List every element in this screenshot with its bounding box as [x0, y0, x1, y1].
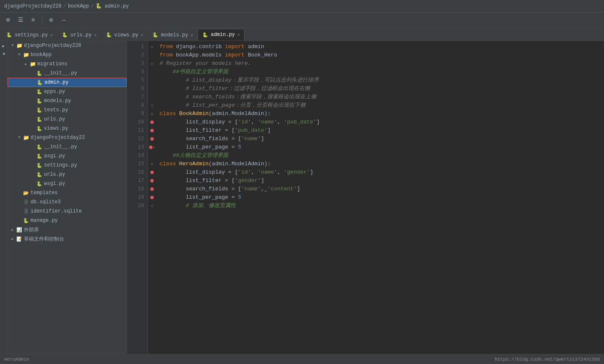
- tree-templates[interactable]: 📂 templates: [8, 188, 126, 197]
- tab-admin[interactable]: 🐍 admin.py ✕: [198, 29, 245, 41]
- settings-button[interactable]: ⚙: [46, 15, 56, 25]
- line-num-4: 4: [127, 68, 144, 76]
- manage-icon: 🐍: [23, 217, 29, 224]
- tree-identifier-sqlite[interactable]: 🗄 identifier.sqlite: [8, 207, 126, 216]
- tree-external-libs[interactable]: ▶ 📊 外部库: [8, 225, 126, 234]
- tab-urls-close[interactable]: ✕: [94, 33, 97, 38]
- tab-views[interactable]: 🐍 views.py ✕: [101, 29, 148, 41]
- gutter-20: ⊟: [148, 202, 156, 210]
- wsgi-label: wsgi.py: [44, 181, 124, 187]
- tree-proj-init[interactable]: 🐍 __init__.py: [8, 142, 126, 151]
- breakpoint-13[interactable]: [149, 146, 152, 149]
- urls-proj-icon: 🐍: [36, 171, 43, 178]
- toggle-sidebar-button[interactable]: ⊞: [3, 15, 13, 25]
- code-editor[interactable]: 1 2 3 4 5 6 7 8 9 10 11 12 13 14 15 16 1…: [127, 41, 604, 354]
- gutter-2: [148, 51, 156, 59]
- tree-wsgi[interactable]: 🐍 wsgi.py: [8, 179, 126, 188]
- scratch-label: 草稿文件和控制台: [24, 236, 124, 243]
- tree-root[interactable]: ▼ 📁 djangoProjectday228: [8, 41, 126, 50]
- breadcrumb-project: djangoProjectday228: [4, 3, 62, 9]
- urls-tab-icon: 🐍: [62, 32, 68, 38]
- tab-models-close[interactable]: ✕: [191, 33, 193, 38]
- tabs-bar: 🐍 settings.py ✕ 🐍 urls.py ✕ 🐍 views.py ✕…: [0, 28, 604, 41]
- extlibs-arrow: ▶: [9, 228, 16, 232]
- minimize-button[interactable]: —: [59, 15, 68, 25]
- breakpoint-19[interactable]: [150, 196, 154, 199]
- line-num-17: 17: [127, 177, 144, 185]
- tab-admin-close[interactable]: ✕: [237, 32, 240, 37]
- db-sqlite-icon: 🗄: [23, 199, 29, 205]
- code-line-5: # list_display：显示字段，可以点击列头进行排序: [160, 76, 604, 85]
- left-icon-2[interactable]: ◀: [0, 50, 7, 57]
- tree-urls-proj[interactable]: 🐍 urls.py: [8, 170, 126, 179]
- tree-apps[interactable]: 🐍 apps.py: [8, 87, 126, 96]
- gutter-11: [148, 126, 156, 135]
- structure-button[interactable]: ☰: [16, 15, 25, 25]
- code-line-9: class BookAdmin (admin.ModelAdmin):: [160, 110, 604, 118]
- breakpoint-18[interactable]: [150, 187, 154, 191]
- toolbar: ⊞ ☰ ≡ ⚙ —: [0, 13, 604, 28]
- left-icon-1[interactable]: ▶: [0, 43, 7, 49]
- admin-label: admin.py: [44, 79, 124, 85]
- tree-manage[interactable]: 🐍 manage.py: [8, 216, 126, 225]
- tab-views-label: views.py: [114, 32, 139, 38]
- tree-admin[interactable]: 🐍 admin.py: [8, 78, 126, 87]
- views-app-label: views.py: [44, 126, 124, 131]
- code-line-1: from django.contrib import admin: [160, 43, 604, 51]
- breakpoint-11[interactable]: [150, 129, 154, 132]
- tree-migrations[interactable]: ▶ 📁 migrations: [8, 59, 126, 69]
- project-folder-icon: 📁: [23, 134, 29, 141]
- tree-db-sqlite[interactable]: 🗄 db.sqlite3: [8, 197, 126, 207]
- line-num-20: 20: [127, 202, 144, 210]
- line-num-6: 6: [127, 85, 144, 93]
- line-num-3: 3: [127, 59, 144, 68]
- tree-views-app[interactable]: 🐍 views.py: [8, 124, 126, 133]
- breakpoint-12[interactable]: [150, 137, 154, 141]
- tab-models[interactable]: 🐍 models.py ✕: [148, 29, 198, 41]
- code-area[interactable]: from django.contrib import admin from bo…: [156, 41, 604, 354]
- code-line-15: class HeroAdmin (admin.ModelAdmin):: [160, 160, 604, 168]
- code-line-12: search_fields = [ 'name' ]: [160, 135, 604, 143]
- collapse-all-button[interactable]: ≡: [28, 15, 38, 25]
- apps-label: apps.py: [44, 89, 124, 95]
- tree-settings[interactable]: 🐍 settings.py: [8, 161, 126, 170]
- init-icon: 🐍: [36, 70, 43, 77]
- line-num-13: 13: [127, 143, 144, 151]
- gutter-8: ⊟: [148, 101, 156, 110]
- tree-urls-app[interactable]: 🐍 urls.py: [8, 115, 126, 124]
- migrations-label: migrations: [37, 61, 124, 67]
- tab-settings[interactable]: 🐍 settings.py ✕: [2, 29, 57, 41]
- line-num-1: 1: [127, 43, 144, 51]
- main-area: ▶ ◀ ▼ 📁 djangoProjectday228 ▼ 📁 bookApp …: [0, 41, 604, 354]
- urls-app-icon: 🐍: [36, 116, 43, 123]
- root-arrow: ▼: [9, 44, 16, 48]
- tree-bookapp[interactable]: ▼ 📁 bookApp: [8, 50, 126, 59]
- tree-models[interactable]: 🐍 models.py: [8, 96, 126, 105]
- tree-project[interactable]: ▼ 📁 djangoProjectday22: [8, 133, 126, 142]
- breakpoint-16[interactable]: [150, 171, 154, 174]
- init-label: __init__.py: [44, 70, 124, 76]
- project-arrow: ▼: [16, 136, 23, 140]
- root-label: djangoProjectday228: [24, 43, 124, 49]
- tab-urls[interactable]: 🐍 urls.py ✕: [57, 29, 101, 41]
- settings-label: settings.py: [44, 162, 124, 168]
- status-bar: HeroAdmin https://blog.csdn.net/qwerty13…: [0, 354, 604, 364]
- file-tree: ▼ 📁 djangoProjectday228 ▼ 📁 bookApp ▶ 📁 …: [8, 41, 127, 354]
- migrations-arrow: ▶: [23, 62, 29, 67]
- tree-scratch[interactable]: ▶ 📝 草稿文件和控制台: [8, 234, 126, 244]
- gutter-13: ⊟: [148, 143, 156, 151]
- tests-icon: 🐍: [36, 107, 43, 113]
- tab-views-close[interactable]: ✕: [141, 33, 143, 38]
- root-folder-icon: 📁: [16, 42, 23, 49]
- tab-settings-close[interactable]: ✕: [50, 33, 53, 38]
- tree-asgi[interactable]: 🐍 asgi.py: [8, 151, 126, 161]
- db-sqlite-label: db.sqlite3: [31, 199, 124, 205]
- gutter-9: ⊟: [148, 110, 156, 118]
- breakpoint-10[interactable]: [150, 120, 154, 124]
- urls-app-label: urls.py: [44, 116, 124, 122]
- tree-init[interactable]: 🐍 __init__.py: [8, 69, 126, 78]
- extlibs-icon: 📊: [16, 226, 23, 233]
- status-url: https://blog.csdn.net/qwerty1372431588: [495, 357, 600, 362]
- tree-tests[interactable]: 🐍 tests.py: [8, 105, 126, 115]
- breakpoint-17[interactable]: [150, 179, 154, 182]
